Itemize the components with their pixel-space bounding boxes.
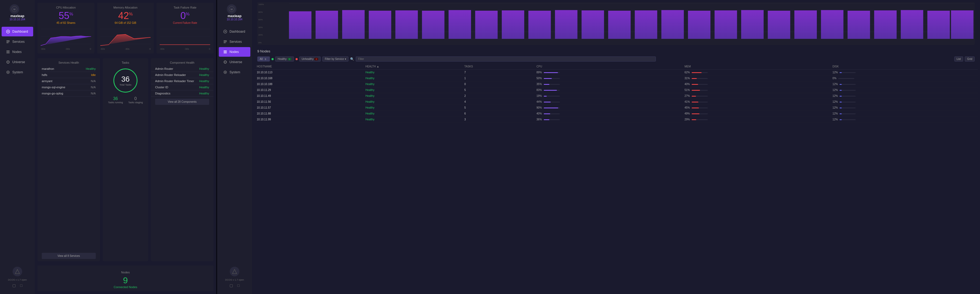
svg-rect-31 bbox=[224, 43, 226, 43]
nodes-mini-title: Nodes bbox=[42, 268, 209, 275]
tasks-running-label: Tasks running bbox=[108, 101, 123, 104]
col-disk[interactable]: DISK bbox=[830, 64, 978, 70]
sidebar-item-nodes[interactable]: Nodes bbox=[2, 47, 33, 57]
cell-health: Healthy bbox=[363, 75, 461, 81]
sidebar2-item-services[interactable]: Services bbox=[219, 37, 250, 46]
service-row-hdfs: hdfs Idle bbox=[42, 72, 96, 78]
list-view-button[interactable]: List bbox=[955, 56, 963, 62]
grid-view-button[interactable]: Grid bbox=[965, 56, 975, 62]
app-name: maxleap bbox=[10, 14, 25, 18]
cell-tasks: 0 bbox=[461, 81, 534, 87]
table-row[interactable]: 10.10.11.49 Healthy 2 19% 27% 12% bbox=[254, 93, 978, 99]
cell-mem: 49% bbox=[682, 111, 830, 117]
svg-rect-58 bbox=[608, 11, 631, 39]
sidebar-item-dashboard[interactable]: Dashboard bbox=[2, 27, 33, 37]
component-health-title: Component Health bbox=[151, 58, 213, 66]
sidebar-label-nodes: Nodes bbox=[12, 50, 22, 54]
table-row[interactable]: 10.10.11.99 Healthy 3 36% 29% 12% bbox=[254, 117, 978, 122]
sidebar-item-universe[interactable]: Universe bbox=[2, 57, 33, 67]
table-row[interactable]: 10.10.10.113 Healthy 7 89% 62% 12% bbox=[254, 70, 978, 75]
view-all-services-button[interactable]: View all 8 Services bbox=[42, 253, 96, 259]
svg-point-11 bbox=[8, 61, 9, 64]
sidebar-label-system: System bbox=[12, 70, 23, 74]
filter-unhealthy-button[interactable]: Unhealthy 0 bbox=[299, 56, 321, 62]
sidebar-label-services: Services bbox=[12, 40, 25, 44]
svg-rect-63 bbox=[741, 10, 764, 39]
view-all-components-button[interactable]: View all 28 Components bbox=[155, 99, 209, 105]
tasks-total-label: Total Tasks bbox=[119, 83, 131, 86]
table-row[interactable]: 10.10.10.188 Healthy 0 35% 40% 12% bbox=[254, 81, 978, 87]
svg-rect-68 bbox=[874, 10, 897, 39]
col-hostname[interactable]: HOSTNAME bbox=[254, 64, 363, 70]
component-row-admin-router-timer: Admin Router Reloader Timer Healthy bbox=[151, 78, 213, 84]
col-cpu[interactable]: CPU bbox=[534, 64, 682, 70]
svg-rect-47 bbox=[316, 11, 338, 39]
unhealthy-count-badge: 0 bbox=[314, 58, 318, 60]
sidebar-right: M maxleap 10.10.10.164 Da bbox=[217, 0, 252, 294]
sidebar-item-services[interactable]: Services bbox=[2, 37, 33, 46]
nodes-count: 9 bbox=[42, 275, 209, 285]
footer-logo bbox=[13, 267, 22, 277]
sidebar2-item-system[interactable]: System bbox=[219, 67, 250, 77]
table-row[interactable]: 10.10.10.168 Healthy 1 50% 31% 0% bbox=[254, 75, 978, 81]
svg-rect-4 bbox=[6, 40, 10, 41]
settings-icon[interactable]: □ bbox=[20, 283, 22, 288]
table-row[interactable]: 10.10.11.88 Healthy 6 40% 49% 12% bbox=[254, 111, 978, 117]
svg-rect-55 bbox=[528, 11, 551, 39]
sidebar2-item-universe[interactable]: Universe bbox=[219, 57, 250, 67]
nodes-header: 9 Nodes bbox=[254, 47, 978, 56]
component-row-admin-router-reloader: Admin Router Reloader Healthy bbox=[151, 72, 213, 78]
sidebar2-label-dashboard: Dashboard bbox=[229, 30, 245, 33]
col-health[interactable]: HEALTH ▲ bbox=[363, 64, 461, 70]
footer2-icons: ▢ □ bbox=[229, 283, 239, 288]
svg-rect-67 bbox=[848, 11, 870, 39]
svg-rect-52 bbox=[449, 10, 471, 39]
cell-tasks: 3 bbox=[461, 117, 534, 122]
cpu-title: CPU Allocation bbox=[41, 6, 91, 9]
right-panel: M maxleap 10.10.10.164 Da bbox=[217, 0, 980, 294]
svg-rect-30 bbox=[224, 41, 227, 42]
settings2-icon[interactable]: □ bbox=[237, 283, 239, 288]
services-health-title: Services Health bbox=[37, 58, 100, 66]
svg-rect-57 bbox=[581, 10, 604, 39]
service-status: Idle bbox=[91, 73, 96, 76]
docs-icon[interactable]: ▢ bbox=[12, 283, 16, 288]
service-status: Healthy bbox=[86, 67, 96, 70]
cell-mem: 31% bbox=[682, 75, 830, 81]
sidebar2-item-dashboard[interactable]: Dashboard bbox=[219, 27, 250, 37]
cell-tasks: 5 bbox=[461, 87, 534, 93]
svg-rect-66 bbox=[821, 10, 843, 39]
svg-rect-70 bbox=[927, 11, 950, 39]
table-row[interactable]: 10.10.11.56 Healthy 4 44% 41% 12% bbox=[254, 99, 978, 105]
docs2-icon[interactable]: ▢ bbox=[229, 283, 233, 288]
version2-text: DCOS v 1.7 open bbox=[225, 278, 244, 281]
cell-health: Healthy bbox=[363, 111, 461, 117]
table-row[interactable]: 10.10.11.29 Healthy 5 83% 51% 12% bbox=[254, 87, 978, 93]
filter-healthy-button[interactable]: Healthy 9 bbox=[275, 56, 294, 62]
col-mem[interactable]: MEM bbox=[682, 64, 830, 70]
dashboard-main: CPU Allocation 55% 45 of 82 Shares bbox=[35, 0, 216, 294]
component-rows: Admin Router Healthy Admin Router Reload… bbox=[151, 66, 213, 97]
component-status: Healthy bbox=[199, 79, 209, 83]
table-row[interactable]: 10.10.11.57 Healthy 5 90% 45% 12% bbox=[254, 105, 978, 111]
sidebar-item-system[interactable]: System bbox=[2, 67, 33, 77]
cell-disk: 12% bbox=[830, 99, 978, 105]
cell-hostname: 10.10.10.188 bbox=[254, 81, 363, 87]
col-tasks[interactable]: TASKS bbox=[461, 64, 534, 70]
filter-all-button[interactable]: All 9 bbox=[257, 56, 270, 62]
unhealthy-dot bbox=[296, 58, 298, 60]
footer2-logo bbox=[230, 267, 239, 277]
sidebar2-item-nodes[interactable]: Nodes bbox=[219, 47, 250, 57]
nodes-chart-svg bbox=[257, 2, 975, 45]
svg-rect-62 bbox=[715, 10, 737, 39]
cell-tasks: 5 bbox=[461, 105, 534, 111]
filter-by-service-button[interactable]: Filter by Service ▾ bbox=[322, 56, 348, 62]
sidebar-nav: Dashboard Services bbox=[0, 26, 35, 265]
service-row-mongo-oplog: mongo-go-oplog N/A bbox=[42, 91, 96, 97]
cell-mem: 29% bbox=[682, 117, 830, 122]
filter-search-input[interactable] bbox=[356, 56, 656, 62]
sidebar2-footer: DCOS v 1.7 open ▢ □ bbox=[217, 265, 252, 290]
universe2-icon bbox=[223, 60, 228, 64]
component-row-admin-router: Admin Router Healthy bbox=[151, 66, 213, 72]
cell-hostname: 10.10.11.29 bbox=[254, 87, 363, 93]
